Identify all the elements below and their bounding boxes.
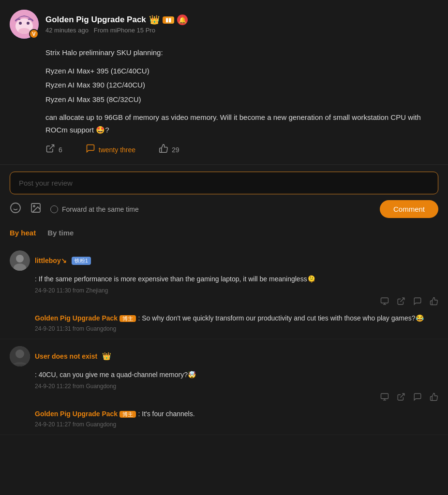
comment-reply-icon-0[interactable] (413, 297, 422, 308)
sort-tabs: By heat By time (10, 229, 438, 238)
comment-meta-0: 24-9-20 11:30 from Zhejiang (35, 287, 438, 294)
sku-item-2: Ryzen AI Max 385 (8C/32CU) (45, 93, 438, 106)
comment-avatar-1 (10, 346, 30, 366)
comment-button[interactable]: twenty three (86, 144, 135, 156)
comment-avatar-0 (10, 250, 30, 271)
reply-text-0-0: : So why don't we quickly transform our … (138, 314, 424, 322)
svg-line-7 (49, 145, 54, 149)
svg-rect-20 (381, 393, 388, 399)
comment-count: twenty three (99, 146, 135, 154)
author-line: Golden Pig Upgrade Pack 👑 ▮▮ 🔔 (45, 15, 188, 25)
reply-header-0-0: Golden Pig Upgrade Pack 博主 : So why don'… (35, 313, 438, 323)
iron-badge-0: 铁粉1 (72, 257, 91, 265)
svg-point-8 (11, 203, 20, 213)
share-icon (45, 144, 55, 156)
share-count: 6 (59, 146, 62, 154)
share-button[interactable]: 6 (45, 144, 62, 156)
post-content: Strix Halo preliminary SKU planning: Ryz… (45, 46, 438, 136)
reply-meta-0-0: 24-9-20 11:31 from Guangdong (35, 325, 438, 332)
comment-actions-0 (35, 297, 438, 308)
divider-1 (0, 164, 448, 165)
comment-meta-1: 24-9-20 11:22 from Guangdong (35, 383, 438, 390)
comment-item-1: User does not exist 👑 : 40CU, can you gi… (0, 339, 448, 435)
comment-submit-button[interactable]: Comment (380, 200, 438, 218)
avatar-wrap: V (10, 10, 39, 39)
vip-level-icon: ▮▮ (165, 17, 171, 23)
reply-item-1-0: Golden Pig Upgrade Pack 博主 : It's four c… (35, 404, 438, 429)
svg-point-5 (27, 22, 30, 25)
post-time: 42 minutes ago From miPhone 15 Pro (45, 27, 188, 34)
review-toolbar: Forward at the same time Comment (10, 194, 438, 220)
svg-point-12 (33, 205, 35, 207)
image-icon[interactable] (30, 202, 42, 217)
post-header: V Golden Pig Upgrade Pack 👑 ▮▮ 🔔 42 minu… (10, 10, 438, 39)
comment-like-icon-1[interactable] (430, 393, 438, 404)
sku-list: Ryzen AI Max+ 395 (16C/40CU) Ryzen AI Ma… (45, 65, 438, 106)
sku-item-0: Ryzen AI Max+ 395 (16C/40CU) (45, 65, 438, 77)
comment-text-1: : 40CU, can you give me a quad-channel m… (35, 369, 438, 380)
comment-reply-icon-1[interactable] (413, 393, 422, 404)
forward-text: Forward at the same time (62, 205, 139, 213)
forward-checkbox[interactable] (50, 205, 58, 213)
comment-icon (86, 144, 95, 156)
svg-line-21 (401, 393, 404, 397)
comment-share-icon-0[interactable] (397, 297, 405, 308)
svg-point-19 (15, 349, 24, 358)
emoji-icon[interactable] (10, 202, 21, 217)
crown-icon: 👑 (149, 15, 160, 25)
blogger-badge-1-0: 博主 (119, 411, 136, 418)
content-intro: Strix Halo preliminary SKU planning: (45, 46, 438, 59)
post-container: V Golden Pig Upgrade Pack 👑 ▮▮ 🔔 42 minu… (0, 0, 448, 164)
vip-badge: ▮▮ (163, 16, 174, 24)
like-button[interactable]: 29 (159, 144, 179, 156)
svg-point-14 (16, 255, 24, 262)
svg-point-4 (19, 22, 22, 25)
reply-meta-1-0: 24-9-20 11:27 from Guangdong (35, 421, 438, 428)
comment-item-0: littleboy↘ 铁粉1 : If the same performance… (0, 244, 448, 339)
author-name: Golden Pig Upgrade Pack (45, 15, 146, 25)
reply-author-1-0: Golden Pig Upgrade Pack (35, 410, 118, 418)
content-body: can allocate up to 96GB of memory as vid… (45, 111, 438, 136)
comment-repost-icon-0[interactable] (380, 297, 389, 308)
avatar-v-badge: V (29, 29, 39, 39)
sort-by-time-tab[interactable]: By time (47, 229, 74, 238)
comment-text-0: : If the same performance is more expens… (35, 274, 438, 284)
forward-label[interactable]: Forward at the same time (50, 205, 139, 213)
comment-author-0: littleboy↘ (35, 257, 67, 264)
blogger-badge-0-0: 博主 (119, 315, 136, 322)
comment-repost-icon-1[interactable] (380, 393, 389, 404)
comment-header-0: littleboy↘ 铁粉1 (10, 250, 438, 271)
svg-rect-16 (381, 298, 388, 304)
reply-header-1-0: Golden Pig Upgrade Pack 博主 : It's four c… (35, 408, 438, 419)
like-count: 29 (172, 146, 179, 154)
comment-share-icon-1[interactable] (397, 393, 405, 404)
like-icon (159, 144, 168, 156)
comment-section: littleboy↘ 铁粉1 : If the same performance… (0, 244, 448, 435)
svg-line-17 (401, 298, 404, 302)
post-actions: 6 twenty three 29 (45, 144, 438, 164)
comment-like-icon-0[interactable] (430, 297, 438, 308)
comment-actions-1 (35, 393, 438, 404)
comment-author-1: User does not exist (35, 352, 97, 360)
reply-text-1-0: : It's four channels. (138, 410, 195, 418)
comment-header-1: User does not exist 👑 (10, 346, 438, 366)
review-input[interactable] (10, 172, 438, 194)
reply-item-0-0: Golden Pig Upgrade Pack 博主 : So why don'… (35, 308, 438, 334)
reply-author-0-0: Golden Pig Upgrade Pack (35, 314, 118, 322)
svg-point-6 (18, 28, 30, 34)
sort-by-heat-tab[interactable]: By heat (10, 229, 36, 238)
post-meta: Golden Pig Upgrade Pack 👑 ▮▮ 🔔 42 minute… (45, 15, 188, 34)
notification-badge: 🔔 (177, 15, 188, 25)
review-input-area (10, 172, 438, 194)
sku-item-1: Ryzen AI Max 390 (12C/40CU) (45, 79, 438, 91)
crown-badge-1: 👑 (102, 352, 111, 361)
